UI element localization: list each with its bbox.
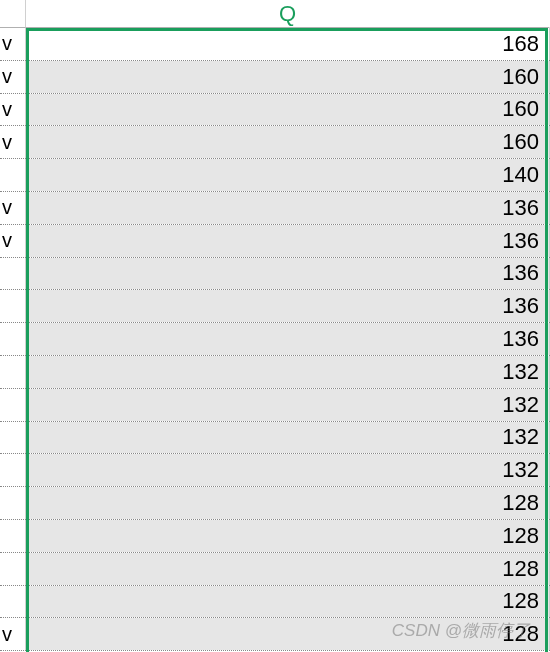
cell-q[interactable]: 140 <box>26 159 550 191</box>
cell-q[interactable]: 132 <box>26 422 550 454</box>
table-row: v136 <box>0 225 550 258</box>
cell-p[interactable] <box>0 323 26 355</box>
column-header-p[interactable] <box>0 0 26 28</box>
table-row: 132 <box>0 389 550 422</box>
table-row: 128 <box>0 487 550 520</box>
cell-q[interactable]: 132 <box>26 454 550 486</box>
grid-body: v168v160v160v160140v136v1361361361361321… <box>0 28 550 652</box>
table-row: 128 <box>0 520 550 553</box>
cell-q[interactable]: 160 <box>26 126 550 158</box>
cell-p[interactable]: v <box>0 618 26 650</box>
cell-q[interactable]: 128 <box>26 520 550 552</box>
cell-p[interactable] <box>0 553 26 585</box>
cell-p[interactable]: v <box>0 94 26 126</box>
cell-q[interactable]: 160 <box>26 61 550 93</box>
table-row: 136 <box>0 290 550 323</box>
cell-p[interactable] <box>0 586 26 618</box>
cell-p[interactable]: v <box>0 225 26 257</box>
cell-q[interactable]: 136 <box>26 323 550 355</box>
table-row: v160 <box>0 94 550 127</box>
cell-q[interactable]: 136 <box>26 290 550 322</box>
table-row: 128 <box>0 586 550 619</box>
cell-p[interactable]: v <box>0 192 26 224</box>
table-row: v136 <box>0 192 550 225</box>
cell-p[interactable]: v <box>0 28 26 60</box>
table-row: v168 <box>0 28 550 61</box>
table-row: v160 <box>0 61 550 94</box>
cell-q[interactable]: 136 <box>26 258 550 290</box>
table-row: 132 <box>0 454 550 487</box>
cell-p[interactable] <box>0 454 26 486</box>
cell-p[interactable] <box>0 290 26 322</box>
cell-q[interactable]: 128 <box>26 618 550 650</box>
cell-q[interactable]: 132 <box>26 389 550 421</box>
cell-p[interactable] <box>0 487 26 519</box>
cell-q[interactable]: 136 <box>26 225 550 257</box>
table-row: 140 <box>0 159 550 192</box>
cell-q[interactable]: 132 <box>26 356 550 388</box>
table-row: v128 <box>0 618 550 651</box>
cell-p[interactable] <box>0 258 26 290</box>
cell-q[interactable]: 128 <box>26 586 550 618</box>
column-header-row: Q <box>0 0 550 28</box>
cell-p[interactable] <box>0 520 26 552</box>
cell-p[interactable] <box>0 389 26 421</box>
cell-p[interactable]: v <box>0 126 26 158</box>
column-header-q[interactable]: Q <box>26 0 550 28</box>
cell-q[interactable]: 128 <box>26 487 550 519</box>
cell-p[interactable]: v <box>0 61 26 93</box>
cell-q[interactable]: 136 <box>26 192 550 224</box>
table-row: 136 <box>0 258 550 291</box>
cell-q[interactable]: 160 <box>26 94 550 126</box>
table-row: 132 <box>0 422 550 455</box>
cell-p[interactable] <box>0 159 26 191</box>
cell-q[interactable]: 168 <box>26 28 550 60</box>
spreadsheet-view: Q v168v160v160v160140v136v13613613613613… <box>0 0 550 652</box>
table-row: v160 <box>0 126 550 159</box>
table-row: 128 <box>0 553 550 586</box>
cell-p[interactable] <box>0 422 26 454</box>
cell-p[interactable] <box>0 356 26 388</box>
table-row: 132 <box>0 356 550 389</box>
cell-q[interactable]: 128 <box>26 553 550 585</box>
table-row: 136 <box>0 323 550 356</box>
